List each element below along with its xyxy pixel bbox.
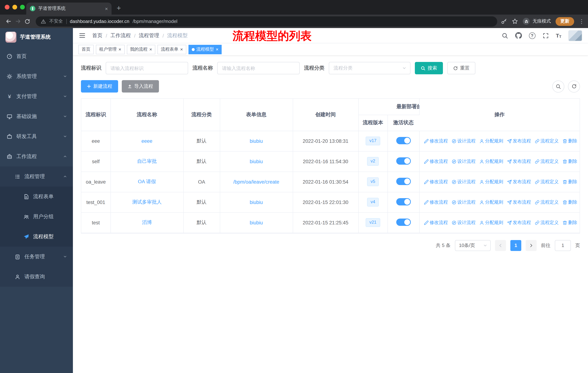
breadcrumb-item[interactable]: 流程管理 — [139, 32, 159, 39]
publish-process-action[interactable]: 发布流程 — [507, 220, 531, 226]
form-info-link[interactable]: biubiu — [250, 159, 263, 164]
tag-process-form[interactable]: 流程表单 × — [158, 45, 186, 54]
assign-rule-action[interactable]: 分配规则 — [479, 138, 503, 144]
tag-close-icon[interactable]: × — [216, 47, 219, 52]
tag-close-icon[interactable]: × — [180, 47, 183, 52]
form-info-link[interactable]: /bpm/oa/leave/create — [233, 179, 279, 184]
sidebar-item-user-group[interactable]: 用户分组 — [0, 207, 73, 227]
github-icon[interactable] — [515, 32, 522, 39]
sidebar-item-leave-query[interactable]: 请假查询 — [0, 267, 73, 287]
form-info-link[interactable]: biubiu — [250, 138, 263, 144]
minimize-window-button[interactable] — [12, 5, 17, 10]
sidebar-item-infrastructure[interactable]: 基础设施 — [0, 106, 73, 126]
assign-rule-action[interactable]: 分配规则 — [479, 158, 503, 164]
process-key-input[interactable] — [106, 62, 188, 74]
assign-rule-action[interactable]: 分配规则 — [479, 179, 503, 185]
app-logo[interactable]: 芋道管理系统 — [0, 28, 73, 46]
version-badge[interactable]: v17 — [366, 137, 380, 145]
version-badge[interactable]: v2 — [367, 157, 379, 166]
import-process-button[interactable]: 导入流程 — [122, 80, 159, 92]
active-toggle[interactable] — [396, 137, 411, 144]
incognito-chip[interactable]: 无痕模式 — [523, 18, 551, 25]
sidebar-item-process-model[interactable]: 流程模型 — [0, 227, 73, 247]
show-search-button[interactable] — [552, 80, 564, 92]
version-badge[interactable]: v4 — [367, 198, 379, 206]
refresh-table-button[interactable] — [568, 80, 580, 92]
tag-my-process[interactable]: 我的流程 × — [127, 45, 155, 54]
page-number-button[interactable]: 1 — [510, 240, 521, 251]
form-info-link[interactable]: biubiu — [250, 220, 263, 225]
breadcrumb-item[interactable]: 首页 — [92, 32, 102, 39]
sidebar-item-devtools[interactable]: 研发工具 — [0, 126, 73, 146]
address-bar[interactable]: 不安全 dashboard.yudao.iocoder.cn/bpm/manag… — [36, 16, 497, 26]
assign-rule-action[interactable]: 分配规则 — [479, 199, 503, 205]
tag-close-icon[interactable]: × — [149, 47, 152, 52]
sidebar-item-system[interactable]: 系统管理 — [0, 66, 73, 86]
publish-process-action[interactable]: 发布流程 — [507, 199, 531, 205]
tag-home[interactable]: 首页 — [78, 45, 94, 54]
reset-button[interactable]: 重置 — [447, 62, 475, 74]
reload-button[interactable] — [23, 18, 32, 24]
active-toggle[interactable] — [396, 218, 411, 226]
tag-tenant[interactable]: 租户管理 × — [96, 45, 125, 54]
version-badge[interactable]: v5 — [367, 177, 379, 186]
sidebar-item-home[interactable]: 首页 — [0, 46, 73, 66]
fullscreen-icon[interactable] — [542, 32, 549, 39]
delete-action[interactable]: 删除 — [562, 138, 577, 144]
tab-close-icon[interactable]: × — [105, 6, 108, 11]
design-process-action[interactable]: 设计流程 — [452, 220, 475, 226]
edit-process-action[interactable]: 修改流程 — [424, 158, 448, 164]
delete-action[interactable]: 删除 — [562, 179, 577, 185]
search-icon[interactable] — [501, 32, 508, 39]
tag-process-model[interactable]: 流程模型 × — [189, 45, 222, 54]
back-button[interactable] — [4, 18, 13, 24]
user-avatar[interactable] — [568, 30, 582, 41]
browser-tab[interactable]: 芋道管理系统 × — [26, 2, 112, 15]
browser-menu-icon[interactable]: ⋮ — [579, 18, 584, 25]
new-tab-button[interactable]: + — [117, 4, 121, 12]
edit-process-action[interactable]: 修改流程 — [424, 199, 448, 205]
zoom-window-button[interactable] — [20, 5, 25, 10]
edit-process-action[interactable]: 修改流程 — [424, 138, 448, 144]
process-definition-action[interactable]: 流程定义 — [535, 138, 559, 144]
sidebar-item-process-form[interactable]: 流程表单 — [0, 186, 73, 207]
process-definition-action[interactable]: 流程定义 — [535, 220, 559, 226]
sidebar-item-payment[interactable]: ¥ 支付管理 — [0, 86, 73, 106]
font-size-icon[interactable]: TT — [556, 32, 561, 39]
next-page-button[interactable] — [526, 240, 537, 251]
prev-page-button[interactable] — [495, 240, 506, 251]
bookmark-star-icon[interactable] — [512, 18, 518, 24]
process-definition-action[interactable]: 流程定义 — [535, 199, 559, 205]
design-process-action[interactable]: 设计流程 — [452, 179, 475, 185]
process-name-input[interactable] — [217, 62, 300, 74]
help-icon[interactable]: ? — [529, 32, 535, 39]
process-definition-action[interactable]: 流程定义 — [535, 179, 559, 185]
goto-page-input[interactable] — [555, 240, 571, 251]
delete-action[interactable]: 删除 — [562, 158, 577, 164]
search-button[interactable]: 搜索 — [415, 62, 443, 74]
active-toggle[interactable] — [396, 178, 411, 185]
hamburger-icon[interactable] — [79, 32, 86, 39]
browser-update-button[interactable]: 更新 — [556, 17, 574, 26]
page-size-select[interactable]: 10条/页 — [455, 240, 491, 251]
create-process-button[interactable]: 新建流程 — [81, 80, 118, 92]
design-process-action[interactable]: 设计流程 — [452, 158, 475, 164]
process-name-link[interactable]: 测试多审批人 — [132, 199, 162, 205]
category-select[interactable]: 流程分类 — [329, 62, 410, 74]
publish-process-action[interactable]: 发布流程 — [507, 158, 531, 164]
version-badge[interactable]: v21 — [366, 218, 380, 227]
design-process-action[interactable]: 设计流程 — [452, 138, 475, 144]
edit-process-action[interactable]: 修改流程 — [424, 220, 448, 226]
delete-action[interactable]: 删除 — [562, 220, 577, 226]
active-toggle[interactable] — [396, 198, 411, 205]
tag-close-icon[interactable]: × — [118, 47, 121, 52]
process-name-link[interactable]: OA 请假 — [138, 179, 156, 184]
process-name-link[interactable]: 自己审批 — [137, 159, 157, 164]
delete-action[interactable]: 删除 — [562, 199, 577, 205]
process-name-link[interactable]: 滔博 — [142, 220, 152, 225]
process-definition-action[interactable]: 流程定义 — [535, 158, 559, 164]
form-info-link[interactable]: biubiu — [250, 200, 263, 205]
sidebar-item-task-management[interactable]: 任务管理 — [0, 247, 73, 267]
sidebar-item-workflow[interactable]: 工作流程 — [0, 146, 73, 166]
edit-process-action[interactable]: 修改流程 — [424, 179, 448, 185]
